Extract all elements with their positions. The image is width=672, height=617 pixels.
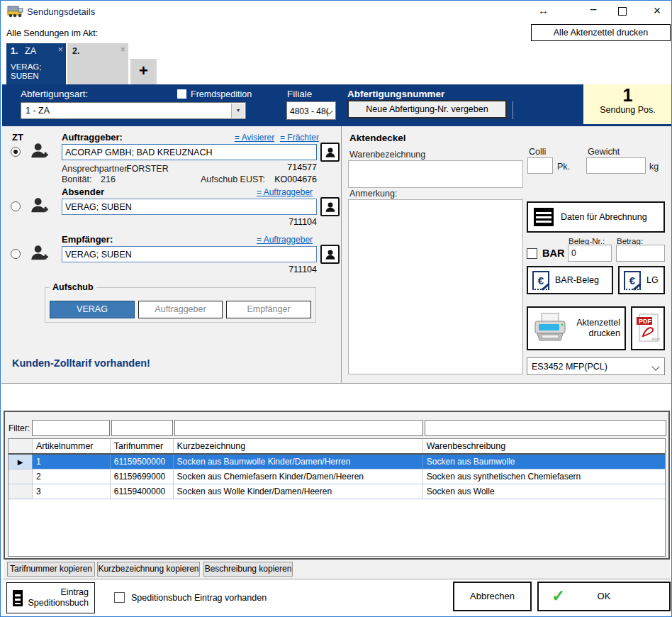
row-selector-header xyxy=(9,439,33,453)
anmerkung-textarea[interactable] xyxy=(348,199,523,374)
pdf-button[interactable]: PDF Adobe xyxy=(631,306,665,350)
warenbezeichnung-textarea[interactable] xyxy=(348,160,523,188)
add-shipment-tab-button[interactable]: + xyxy=(130,59,157,84)
cell-kurzbezeichnung: Socken aus Baumwolle Kinder/Damen/Herren xyxy=(174,455,423,469)
printer-value: ES3452 MFP(PCL) xyxy=(532,362,607,372)
add-contact-icon[interactable] xyxy=(30,196,50,218)
absender-kundennummer: 711104 xyxy=(260,217,317,227)
aktenzettel-drucken-button[interactable]: Aktenzettel drucken xyxy=(527,306,626,350)
minimize-button[interactable]: – xyxy=(585,3,602,16)
sendung-position-badge: 1 Sendung Pos. xyxy=(583,84,672,124)
current-row-marker-icon: ▶ xyxy=(18,458,23,466)
copy-actions-strip: Tarifnummer kopieren Kurzbezeichnung kop… xyxy=(4,560,670,579)
maximize-button[interactable] xyxy=(618,7,627,16)
printer-dropdown[interactable]: ES3452 MFP(PCL) xyxy=(527,357,665,375)
add-contact-icon[interactable] xyxy=(30,141,50,163)
filter-label: Filter: xyxy=(9,423,30,433)
table-row[interactable]: 3 61159400000 Socken aus Wolle Kinder/Da… xyxy=(9,484,665,499)
auftraggeber-input[interactable] xyxy=(62,144,317,160)
auftraggeber-contact-icon[interactable] xyxy=(320,143,340,162)
filter-kurzbezeichnung-input[interactable] xyxy=(174,420,423,436)
chevron-down-icon xyxy=(651,362,659,370)
dropdown-arrow-icon[interactable]: ▾ xyxy=(231,104,245,118)
row-selector-cell: ▶ xyxy=(9,455,33,469)
empfaenger-contact-icon[interactable] xyxy=(320,245,340,264)
lg-button[interactable]: € LG xyxy=(618,266,665,294)
cell-artikelnummer: 2 xyxy=(33,469,111,484)
fremdspedition-checkbox[interactable] xyxy=(177,89,186,99)
eintrag-speditionsbuch-button[interactable]: Eintrag Speditionsbuch xyxy=(6,582,95,613)
tab2-close-icon[interactable]: × xyxy=(120,44,125,55)
auftraggeber-label: Auftraggeber: xyxy=(62,132,123,143)
beleg-nr-input[interactable] xyxy=(568,245,612,262)
svg-text:PDF: PDF xyxy=(639,318,652,325)
copy-tarifnummer-button[interactable]: Tarifnummer kopieren xyxy=(7,562,95,577)
aktenzettel-drucken-label: Aktenzettel drucken xyxy=(572,318,620,339)
filiale-label: Filiale xyxy=(287,89,312,99)
absender-contact-icon[interactable] xyxy=(320,197,340,216)
bonitaet-label: Bonität: xyxy=(62,174,91,184)
column-header-kurzbezeichnung[interactable]: Kurzbezeichnung xyxy=(174,439,423,453)
neue-abfertigung-nr-button[interactable]: Neue Abfertigung-Nr. vergeben xyxy=(347,100,507,118)
cell-tarifnummer: 61159500000 xyxy=(111,455,174,469)
close-button[interactable]: × xyxy=(649,4,666,18)
ansprechpartner-value: FORSTER xyxy=(126,164,169,174)
cell-artikelnummer: 1 xyxy=(33,455,111,469)
absender-radio[interactable] xyxy=(11,201,21,211)
tab1-close-icon[interactable]: × xyxy=(57,44,63,55)
eintrag-line2: Speditionsbuch xyxy=(28,598,89,608)
resize-icon[interactable]: ↔ xyxy=(538,4,549,16)
print-all-aktenzettel-button[interactable]: Alle Aktenzettel drucken xyxy=(531,24,671,41)
empfaenger-auftraggeber-link[interactable]: = Auftraggeber xyxy=(257,235,313,245)
auftraggeber-radio[interactable] xyxy=(11,147,21,157)
aufschub-empfaenger-button[interactable]: Empfänger xyxy=(226,301,311,318)
bar-beleg-label: BAR-Beleg xyxy=(555,275,599,285)
aufschub-verag-button[interactable]: VERAG xyxy=(50,301,135,318)
filter-warenbeschreibung-input[interactable] xyxy=(425,420,666,436)
table-row[interactable]: ▶ 1 61159500000 Socken aus Baumwolle Kin… xyxy=(9,455,665,469)
column-header-warenbeschreibung[interactable]: Warenbeschreibung xyxy=(423,439,665,453)
copy-kurzbezeichnung-button[interactable]: Kurzbezeichnung kopieren xyxy=(97,562,200,577)
absender-auftraggeber-link[interactable]: = Auftraggeber xyxy=(257,187,313,197)
bar-beleg-button[interactable]: € BAR-Beleg xyxy=(527,266,613,294)
copy-beschreibung-button[interactable]: Beschreibung kopieren xyxy=(203,562,293,577)
printer-icon xyxy=(532,312,568,345)
bar-checkbox[interactable] xyxy=(527,248,537,259)
filter-tarifnummer-input[interactable] xyxy=(111,420,173,436)
filiale-dropdown[interactable]: 4803 - 48( xyxy=(286,101,336,120)
ansprechpartner-label: Ansprechpartner: xyxy=(62,164,130,174)
abbrechen-button[interactable]: Abbrechen xyxy=(453,582,532,611)
table-row[interactable]: 2 61159699000 Socken aus Chemiefasern Ki… xyxy=(9,469,665,484)
abfertigungsnummer-label: Abfertigungsnummer xyxy=(347,89,444,99)
filter-artikelnummer-input[interactable] xyxy=(32,420,110,436)
gewicht-input[interactable] xyxy=(586,157,646,174)
abfertigungsart-label: Abfertigungsart: xyxy=(21,89,88,99)
betrag-input[interactable] xyxy=(616,245,665,262)
truck-icon xyxy=(7,5,23,20)
zt-label: ZT xyxy=(12,132,23,143)
abfertigungsart-value: 1 - ZA xyxy=(26,106,50,116)
aktendeckel-title: Aktendeckel xyxy=(349,133,406,143)
daten-abrechnung-button[interactable]: Daten für Abrechnung xyxy=(527,201,665,233)
aufschub-auftraggeber-button[interactable]: Auftraggeber xyxy=(138,301,223,318)
colli-input[interactable] xyxy=(527,157,553,174)
empfaenger-input[interactable] xyxy=(62,246,317,262)
tab-shipment-1[interactable]: 1. ZA × VERAG; SUBEN xyxy=(6,43,66,84)
empfaenger-label: Empfänger: xyxy=(62,234,113,245)
bar-label: BAR xyxy=(542,248,564,259)
column-header-artikelnummer[interactable]: Artikelnummer xyxy=(33,439,111,453)
column-header-tarifnummer[interactable]: Tarifnummer xyxy=(111,439,174,453)
abfertigungsart-dropdown[interactable]: 1 - ZA ▾ xyxy=(21,102,246,119)
all-shipments-label: Alle Sendungen im Akt: xyxy=(6,28,98,38)
absender-input[interactable] xyxy=(62,199,317,215)
add-contact-icon[interactable] xyxy=(30,243,50,265)
speditionsbuch-checkbox[interactable] xyxy=(114,592,125,603)
tab-shipment-2[interactable]: 2. × xyxy=(67,43,128,84)
fraechter-link[interactable]: = Frächter xyxy=(280,133,319,143)
cell-tarifnummer: 61159400000 xyxy=(111,484,174,499)
avisierer-link[interactable]: = Avisierer xyxy=(235,133,274,143)
ok-button[interactable]: ✓ OK xyxy=(537,582,671,611)
empfaenger-radio[interactable] xyxy=(11,249,21,259)
list-icon xyxy=(13,590,23,606)
pdf-icon: PDF Adobe xyxy=(636,312,660,345)
